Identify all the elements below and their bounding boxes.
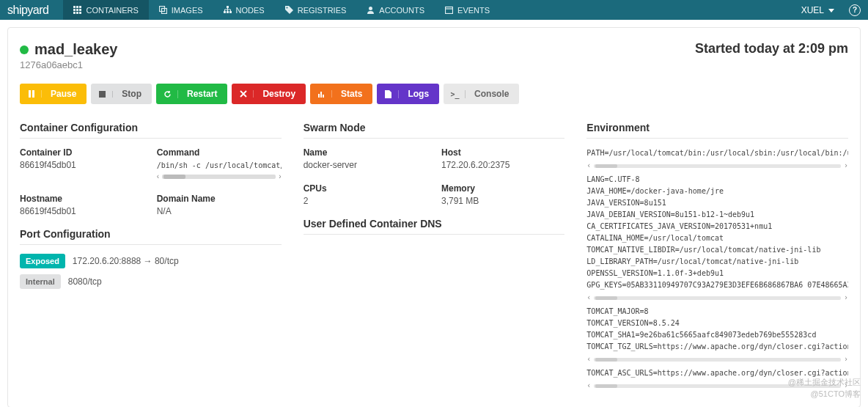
container-name: mad_leakey <box>34 41 117 58</box>
field-value: 3,791 MB <box>441 196 564 206</box>
env-list: PATH=/usr/local/tomcat/bin:/usr/local/sb… <box>586 147 848 392</box>
field-value: 2 <box>304 196 427 206</box>
nav-accounts[interactable]: ACCOUNTS <box>356 0 435 20</box>
field-label: Container ID <box>20 147 142 158</box>
scrollbar[interactable]: ‹› <box>586 292 848 304</box>
col-config: Container Configuration Container ID 866… <box>20 119 282 394</box>
user-name: XUEL <box>801 5 824 15</box>
field-label: CPUs <box>304 183 427 194</box>
user-icon <box>367 6 375 14</box>
env-var: LANG=C.UTF-8 <box>586 174 848 186</box>
clone-icon <box>159 6 167 14</box>
destroy-button[interactable]: Destroy <box>232 84 306 104</box>
svg-rect-4 <box>76 9 78 11</box>
env-var: TOMCAT_TGZ_URLS=https://www.apache.org/d… <box>586 341 848 353</box>
env-var: CA_CERTIFICATES_JAVA_VERSION=20170531+nm… <box>586 221 848 232</box>
port-text[interactable]: 172.20.6.20:8888 → 80/tcp <box>73 256 179 266</box>
console-button[interactable]: >_Console <box>444 84 519 104</box>
field-label: Command <box>157 147 282 158</box>
env-var: TOMCAT_MAJOR=8 <box>586 306 848 318</box>
env-var: TOMCAT_VERSION=8.5.24 <box>586 318 848 329</box>
page-content: mad_leakey 1276a06aebc1 Started today at… <box>7 27 861 407</box>
container-id: 1276a06aebc1 <box>20 59 117 70</box>
nav-events[interactable]: EVENTS <box>435 0 500 20</box>
svg-rect-18 <box>29 90 31 98</box>
field-label: Memory <box>441 183 564 194</box>
svg-rect-21 <box>318 94 320 98</box>
env-var: TOMCAT_NATIVE_LIBDIR=/usr/local/tomcat/n… <box>586 244 848 256</box>
svg-rect-13 <box>227 11 229 13</box>
help-icon[interactable]: ? <box>849 4 861 16</box>
user-menu[interactable]: XUEL <box>794 5 842 15</box>
svg-rect-3 <box>73 9 76 11</box>
svg-rect-5 <box>79 9 81 11</box>
terminal-icon: >_ <box>451 90 466 98</box>
exposed-badge: Exposed <box>20 254 65 268</box>
calendar-icon <box>445 6 453 14</box>
nav-label: CONTAINERS <box>86 6 138 15</box>
pause-button[interactable]: Pause <box>20 84 87 104</box>
svg-point-16 <box>369 7 372 10</box>
svg-rect-6 <box>73 12 76 14</box>
env-var: CATALINA_HOME=/usr/local/tomcat <box>586 232 848 244</box>
chart-icon <box>317 90 332 98</box>
nav-right: XUEL ? <box>794 4 861 16</box>
field-label: Host <box>441 147 564 158</box>
field-label: Domain Name <box>157 194 282 204</box>
env-var: JAVA_DEBIAN_VERSION=8u151-b12-1~deb9u1 <box>586 209 848 221</box>
field-value: 86619f45db01 <box>20 206 142 216</box>
navbar: shipyard CONTAINERS IMAGES NODES REGISTR… <box>0 0 868 20</box>
section-header: User Defined Container DNS <box>304 218 565 235</box>
nav-label: REGISTRIES <box>298 6 347 15</box>
stats-button[interactable]: Stats <box>310 84 372 104</box>
grid-icon <box>73 6 81 14</box>
env-var: JAVA_HOME=/docker-java-home/jre <box>586 186 848 197</box>
scrollbar[interactable]: ‹› <box>586 160 848 172</box>
nav-containers[interactable]: CONTAINERS <box>63 0 148 20</box>
env-var: PATH=/usr/local/tomcat/bin:/usr/local/sb… <box>586 147 848 159</box>
env-var: OPENSSL_VERSION=1.1.0f-3+deb9u1 <box>586 268 848 279</box>
nav-registries[interactable]: REGISTRIES <box>275 0 357 20</box>
file-icon <box>384 90 399 98</box>
tag-icon <box>285 6 293 14</box>
nav-label: ACCOUNTS <box>379 6 424 15</box>
chevron-left-icon[interactable]: ‹ <box>157 172 159 180</box>
port-text: 8080/tcp <box>68 276 102 287</box>
nav-menu: CONTAINERS IMAGES NODES REGISTRIES ACCOU… <box>63 0 793 20</box>
sitemap-icon <box>224 6 232 14</box>
logs-button[interactable]: Logs <box>377 84 439 104</box>
stop-icon <box>98 91 113 98</box>
nav-images[interactable]: IMAGES <box>149 0 213 20</box>
internal-badge: Internal <box>20 274 61 289</box>
nav-label: EVENTS <box>457 6 490 15</box>
scrollbar[interactable]: ‹› <box>586 353 848 365</box>
svg-rect-17 <box>446 7 453 14</box>
nav-label: IMAGES <box>172 6 203 15</box>
nav-nodes[interactable]: NODES <box>213 0 275 20</box>
svg-rect-1 <box>76 6 78 8</box>
svg-rect-0 <box>73 6 76 8</box>
restart-button[interactable]: Restart <box>156 84 227 104</box>
env-var: LD_LIBRARY_PATH=/usr/local/tomcat/native… <box>586 256 848 268</box>
svg-rect-23 <box>323 95 324 98</box>
section-header: Port Configuration <box>20 228 282 245</box>
stop-button[interactable]: Stop <box>91 84 152 104</box>
scrollbar[interactable]: ‹› <box>157 172 282 180</box>
close-icon <box>239 90 254 98</box>
svg-rect-20 <box>99 91 106 98</box>
svg-point-15 <box>286 7 287 9</box>
col-swarm: Swarm Node Name docker-server Host 172.2… <box>304 119 565 394</box>
svg-rect-7 <box>76 12 78 14</box>
field-value: 172.20.6.20:2375 <box>441 160 564 170</box>
brand-logo[interactable]: shipyard <box>7 4 48 17</box>
env-var: GPG_KEYS=05AB33110949707C93A279E3D3EFE6B… <box>586 279 848 291</box>
field-value: N/A <box>157 206 282 216</box>
nav-label: NODES <box>236 6 265 15</box>
port-row: Internal 8080/tcp <box>20 274 282 289</box>
section-header: Environment <box>586 122 848 139</box>
command-value[interactable]: /bin/sh -c /usr/local/tomcat/bin <box>157 160 282 171</box>
header-row: mad_leakey 1276a06aebc1 Started today at… <box>20 41 848 70</box>
col-env: Environment PATH=/usr/local/tomcat/bin:/… <box>586 119 848 394</box>
chevron-right-icon[interactable]: › <box>279 172 281 180</box>
field-value: 86619f45db01 <box>20 160 142 170</box>
